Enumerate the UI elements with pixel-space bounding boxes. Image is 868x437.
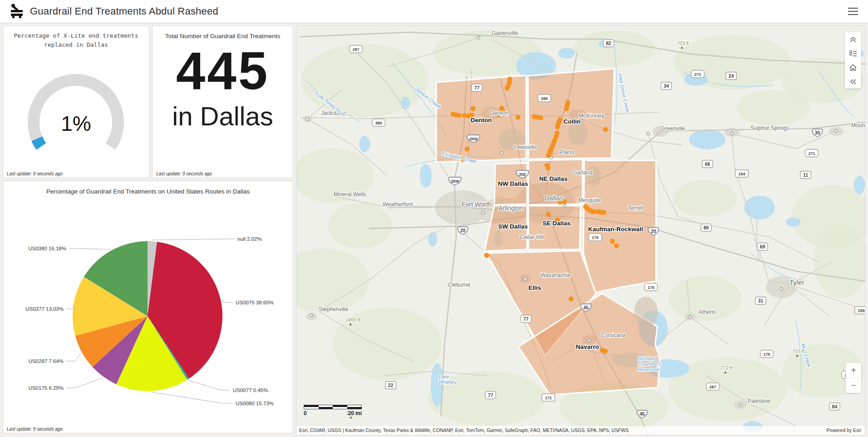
svg-text:271: 271 (808, 151, 815, 156)
home-button[interactable] (845, 60, 861, 74)
map-toolbar (845, 32, 861, 89)
district-label: Collin (563, 118, 581, 125)
stat-panel: Total Number of Guardrail End Treatments… (152, 25, 293, 178)
treatment-point[interactable] (555, 124, 560, 129)
treatment-point[interactable] (603, 127, 608, 132)
scale-bar: 0 20 mi (304, 405, 362, 417)
elevation-label: 715 ft (792, 348, 804, 354)
svg-text:154: 154 (738, 172, 745, 176)
highway-shield-287: 287 (350, 45, 362, 53)
gauge-fill-arc (37, 139, 41, 146)
svg-text:82: 82 (606, 40, 612, 46)
gauge-panel: Percentage of X-Lite end treatments repl… (3, 25, 149, 178)
city-label: Sulphur Springs (750, 125, 789, 131)
svg-text:11: 11 (803, 172, 808, 178)
district-se-dallas[interactable] (528, 206, 581, 249)
elevation-label: 703 ft (677, 40, 689, 46)
collapse-up-button[interactable] (845, 32, 861, 46)
collapse-panel-button[interactable] (845, 74, 861, 89)
treatment-point[interactable] (603, 349, 608, 354)
treatment-point[interactable] (457, 113, 462, 118)
treatment-point[interactable] (610, 239, 615, 244)
legend-button[interactable] (845, 46, 861, 60)
city-label: Stephenville (319, 306, 349, 313)
pie-label-null: null 2.02% (237, 236, 262, 242)
menu-button[interactable] (845, 4, 862, 19)
city-label: Denton (490, 109, 509, 116)
guardrail-logo-icon (10, 4, 24, 19)
pie-label-US0077: US0077 0.45% (233, 387, 268, 393)
pie-leader-line (189, 380, 230, 390)
last-update-text: Last update: 9 seconds ago (7, 427, 63, 432)
treatment-point[interactable] (484, 253, 489, 258)
treatment-point[interactable] (602, 210, 607, 215)
city-label: Mount Pleas (851, 122, 865, 129)
pie-leader-line (69, 248, 110, 249)
attribution-text: Esri, CGIAR, USGS | Kaufman County, Texa… (296, 426, 823, 435)
app-header: Guardrail End Treatments Abdul Rasheed (0, 0, 868, 23)
gauge-title: Percentage of X-Lite end treatments repl… (3, 31, 149, 50)
stat-title: Total Number of Guardrail End Treatments (153, 33, 293, 40)
highway-shield-175: 175 (645, 283, 657, 291)
svg-text:77: 77 (474, 85, 480, 90)
highway-shield-171: 171 (542, 394, 555, 401)
city-marker (835, 129, 838, 132)
scale-start: 0 (304, 410, 307, 417)
treatment-point[interactable] (516, 115, 521, 120)
district-label: NW Dallas (498, 180, 528, 187)
map-canvas[interactable]: GainesvilleJacksboroMineral WellsWeather… (296, 26, 865, 435)
powered-by-esri: Powered by Esri (823, 426, 865, 435)
pie-label-US0377: US0377 13.03% (25, 306, 64, 312)
map-attribution: Esri, CGIAR, USGS | Kaufman County, Texa… (296, 426, 865, 435)
city-label: McKinney (578, 112, 605, 119)
highway-shield-289: 289 (538, 94, 551, 102)
city-marker (310, 314, 313, 317)
treatment-point[interactable] (505, 86, 510, 91)
svg-text:66: 66 (705, 161, 710, 167)
svg-text:289: 289 (541, 96, 547, 101)
city-marker (588, 339, 591, 342)
elevation-label: 772 ft (720, 365, 733, 371)
city-marker (482, 212, 484, 214)
pie-label-US0380: US0380 16.18% (28, 246, 66, 251)
pie-label-US0287: US0287 7.64% (29, 358, 64, 364)
map-panel: GainesvilleJacksboroMineral WellsWeather… (296, 25, 865, 435)
highway-shield-154: 154 (735, 170, 748, 177)
highway-shield-66: 66 (702, 160, 713, 168)
pie-chart[interactable]: null 2.02%US0075 38.65%US0077 0.45%US008… (3, 186, 293, 422)
svg-text:175: 175 (592, 235, 598, 240)
zoom-in-button[interactable]: + (846, 363, 861, 378)
city-label: Lewisville (514, 144, 538, 150)
treatment-point[interactable] (614, 243, 619, 248)
city-label: Mineral Wells (334, 191, 366, 198)
elevation-label: 1400 ft (345, 317, 360, 323)
zoom-out-button[interactable]: − (846, 378, 861, 393)
treatment-point[interactable] (546, 212, 551, 217)
svg-text:287: 287 (352, 47, 359, 52)
hamburger-icon (848, 14, 858, 15)
city-label: Athens (699, 309, 715, 315)
pie-leader-line (153, 239, 235, 240)
treatment-point[interactable] (569, 297, 574, 302)
city-label: Cedar Hill (520, 234, 544, 240)
highway-shield-84: 84 (829, 403, 840, 410)
svg-text:69: 69 (760, 244, 765, 249)
treatment-point[interactable] (538, 115, 543, 120)
highway-shield-24: 24 (726, 72, 736, 79)
city-label: Weatherford (383, 201, 413, 208)
zoom-control: + − (846, 363, 861, 393)
city-marker (647, 132, 650, 135)
svg-text:20: 20 (460, 228, 466, 233)
treatment-point[interactable] (465, 147, 470, 152)
city-label: Fort Worth (462, 201, 492, 208)
treatment-point[interactable] (564, 106, 569, 111)
district-label: Kaufman-Rockwall (588, 226, 643, 233)
treatment-point[interactable] (471, 106, 476, 111)
city-label: Garland (573, 169, 592, 176)
stat-value: 445 (153, 44, 293, 98)
legend-icon (849, 50, 857, 57)
treatment-point[interactable] (546, 166, 551, 171)
highway-shield-31: 31 (755, 297, 766, 304)
city-label: Plano (559, 149, 574, 155)
city-label: Tyler (789, 278, 804, 286)
